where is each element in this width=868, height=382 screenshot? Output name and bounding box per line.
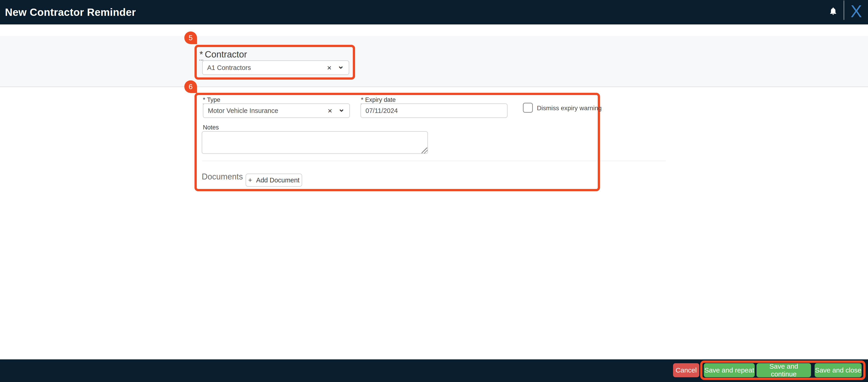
annotation-badge-5: 5 [184, 31, 197, 44]
clear-icon[interactable]: × [327, 63, 332, 72]
notes-label: Notes [203, 124, 219, 131]
add-document-button-label: Add Document [256, 177, 300, 184]
type-select-value: Motor Vehicle Insurance [208, 107, 328, 115]
add-document-button[interactable]: + Add Document [246, 174, 302, 187]
annotation-box-details: *Type Motor Vehicle Insurance × ⌄ *Expir… [194, 93, 600, 191]
annotation-box-contractor: *Contractor A1 Contractors × ⌄ [194, 45, 355, 80]
top-form-band [0, 36, 868, 87]
header-bar: New Contractor Reminder X [0, 0, 868, 24]
required-marker: * [361, 96, 364, 104]
required-marker: * [199, 49, 203, 60]
cancel-button[interactable]: Cancel [673, 363, 699, 377]
type-label: *Type [203, 96, 220, 104]
documents-heading: Documents [202, 172, 243, 181]
save-and-continue-button[interactable]: Save and continue [756, 363, 811, 377]
clear-icon[interactable]: × [328, 106, 332, 115]
notes-textarea[interactable] [202, 131, 428, 154]
expiry-date-label: *Expiry date [361, 96, 396, 104]
plus-icon: + [248, 177, 252, 184]
save-and-close-button[interactable]: Save and close [815, 363, 862, 377]
contractor-select[interactable]: A1 Contractors × ⌄ [202, 60, 349, 75]
chevron-down-icon[interactable]: ⌄ [338, 107, 345, 111]
dismiss-expiry-warning-checkbox[interactable] [523, 103, 533, 113]
contractor-label: *Contractor [199, 49, 247, 60]
contractor-select-value: A1 Contractors [207, 64, 327, 71]
header-divider [844, 0, 844, 20]
required-marker: * [203, 96, 205, 104]
type-select[interactable]: Motor Vehicle Insurance × ⌄ [203, 104, 350, 118]
page-title: New Contractor Reminder [5, 6, 136, 18]
new-contractor-reminder-dialog: New Contractor Reminder X 5 *Contractor … [0, 0, 868, 382]
chevron-down-icon[interactable]: ⌄ [337, 64, 344, 68]
expiry-date-input[interactable] [361, 104, 507, 118]
close-dialog-button[interactable]: X [848, 0, 865, 22]
annotation-badge-6: 6 [184, 80, 197, 93]
dismiss-expiry-warning-label: Dismiss expiry warning [537, 105, 601, 112]
save-and-repeat-button[interactable]: Save and repeat [704, 363, 755, 377]
annotation-box-save-buttons: Save and repeat Save and continue Save a… [700, 360, 866, 380]
notification-bell-icon[interactable] [829, 6, 838, 16]
